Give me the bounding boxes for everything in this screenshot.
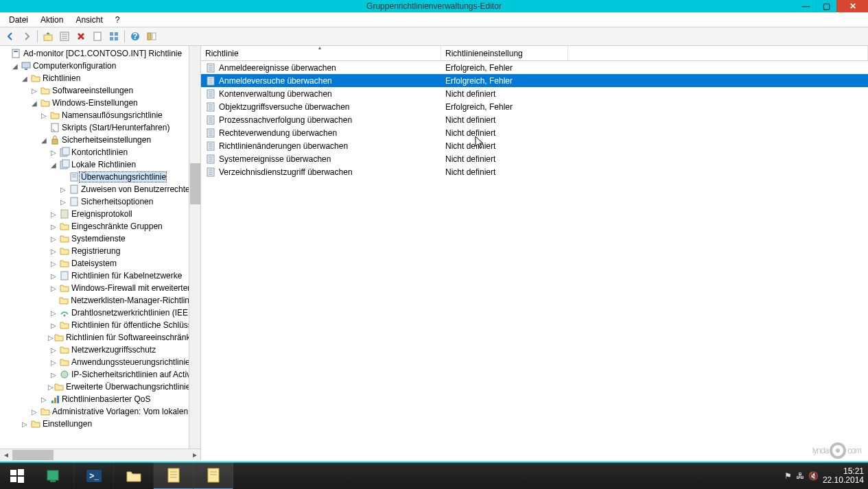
menu-aktion[interactable]: Aktion [35, 14, 69, 26]
forward-button[interactable] [19, 29, 34, 44]
expander-icon[interactable]: ▷ [48, 248, 59, 255]
tree-node-registrierung[interactable]: ▷ Registrierung [0, 245, 200, 257]
list-row[interactable]: Richtlinienänderungen überwachenNicht de… [201, 139, 868, 152]
tree-vertical-scrollbar[interactable] [189, 46, 200, 449]
expander-icon[interactable]: ▷ [48, 285, 59, 292]
expander-icon[interactable]: ▷ [58, 198, 69, 206]
expander-icon[interactable]: ◢ [10, 62, 21, 70]
scroll-right-icon[interactable]: ▸ [189, 449, 200, 460]
tree-node-eingeschraenkte[interactable]: ▷ Eingeschränkte Gruppen [0, 220, 200, 232]
expander-icon[interactable]: ▷ [38, 112, 49, 119]
expander-icon[interactable]: ▷ [48, 149, 59, 156]
tree-node-netzwerklisten[interactable]: Netzwerklisten-Manager-Richtlinien [0, 294, 200, 307]
column-header-policy[interactable]: Richtlinie [201, 46, 441, 60]
tree-node-firewall[interactable]: ▷ Windows-Firewall mit erweiterten [0, 282, 200, 294]
refresh-button[interactable] [106, 29, 121, 44]
expander-icon[interactable]: ▷ [48, 260, 59, 267]
tray-sound-icon[interactable]: 🔇 [808, 471, 819, 481]
expander-icon[interactable]: ◢ [38, 136, 49, 144]
close-button[interactable]: ✕ [836, 0, 868, 12]
minimize-button[interactable]: — [795, 0, 816, 12]
tree-node-kontorichtlinien[interactable]: ▷ Kontorichtlinien [0, 146, 200, 158]
list-row[interactable]: Anmeldeversuche überwachenErfolgreich, F… [201, 74, 868, 87]
properties-button[interactable] [57, 29, 72, 44]
expander-icon[interactable]: ◢ [19, 75, 30, 82]
tree-node-ipsicherheit[interactable]: ▷ IP-Sicherheitsrichtlinien auf Active [0, 368, 200, 381]
back-button[interactable] [3, 29, 18, 44]
menu-datei[interactable]: Datei [3, 14, 34, 26]
expander-icon[interactable]: ▷ [48, 223, 59, 230]
tree-node-erweiterte[interactable]: ▷ Erweiterte Überwachungsrichtlinienkonf… [0, 381, 200, 393]
list-row[interactable]: Anmeldeereignisse überwachenErfolgreich,… [201, 61, 868, 74]
list-row[interactable]: Prozessnachverfolgung überwachenNicht de… [201, 113, 868, 126]
expander-icon[interactable]: ▷ [48, 309, 59, 317]
expander-icon[interactable]: ◢ [48, 161, 59, 169]
expander-icon[interactable]: ▷ [48, 211, 59, 218]
tree-node-dateisystem[interactable]: ▷ Dateisystem [0, 257, 200, 270]
tree-node-sicherheitsoptionen[interactable]: ▷ Sicherheitsoptionen [0, 195, 200, 208]
tree-node-oeffentlich[interactable]: ▷ Richtlinien für öffentliche Schlüssel [0, 319, 200, 331]
menu-help[interactable]: ? [110, 14, 126, 26]
list-row[interactable]: Verzeichnisdienstzugriff überwachenNicht… [201, 165, 868, 178]
tree-node-computerkonfiguration[interactable]: ◢ Computerkonfiguration [0, 60, 200, 72]
expander-icon[interactable]: ▷ [48, 272, 59, 280]
expander-icon[interactable]: ▷ [48, 334, 54, 342]
tree-node-softwareeinschr[interactable]: ▷ Richtlinien für Softwareeinschränkung [0, 331, 200, 344]
expander-icon[interactable]: ▷ [29, 87, 40, 95]
taskbar-explorer[interactable] [114, 462, 154, 489]
tree-node-root[interactable]: Ad-monitor [DC1.CONTOSO.INT] Richtlinie [0, 47, 200, 60]
tray-network-icon[interactable]: 🖧 [796, 471, 804, 481]
tree-node-ereignisprotokoll[interactable]: ▷ Ereignisprotokoll [0, 208, 200, 220]
list-body[interactable]: Anmeldeereignisse überwachenErfolgreich,… [201, 61, 868, 460]
tree-node-skripts[interactable]: Skripts (Start/Herunterfahren) [0, 121, 200, 134]
maximize-button[interactable]: ▢ [816, 0, 836, 12]
expander-icon[interactable]: ▷ [48, 371, 59, 379]
export-button[interactable] [90, 29, 105, 44]
show-hide-button[interactable] [144, 29, 159, 44]
expander-icon[interactable]: ▷ [58, 186, 69, 193]
tree-node-windowseinstellungen[interactable]: ◢ Windows-Einstellungen [0, 97, 200, 109]
menu-ansicht[interactable]: Ansicht [70, 14, 108, 26]
tree-node-lokale[interactable]: ◢ Lokale Richtlinien [0, 158, 200, 171]
up-button[interactable] [40, 29, 56, 44]
list-row[interactable]: Kontenverwaltung überwachenNicht definie… [201, 87, 868, 100]
tree-node-drahtlos[interactable]: ▷ Drahtlosnetzwerkrichtlinien (IEEE [0, 307, 200, 319]
scroll-left-icon[interactable]: ◂ [0, 449, 12, 460]
expander-icon[interactable]: ▷ [48, 322, 59, 329]
taskbar-clock[interactable]: 15:21 22.10.2014 [823, 467, 864, 485]
list-row[interactable]: Rechteverwendung überwachenNicht definie… [201, 126, 868, 139]
expander-icon[interactable]: ▷ [48, 383, 54, 391]
tree-node-softwareeinstellungen[interactable]: ▷ Softwareeinstellungen [0, 84, 200, 97]
tree-node-kabelnetz[interactable]: ▷ Richtlinien für Kabelnetzwerke [0, 270, 200, 282]
tree-node-richtlinien[interactable]: ◢ Richtlinien [0, 72, 200, 84]
start-button[interactable] [0, 462, 34, 489]
taskbar-gpedit[interactable] [154, 462, 193, 489]
tree-node-sicherheit[interactable]: ◢ Sicherheitseinstellungen [0, 134, 200, 146]
tree-node-admvorlagen[interactable]: ▷ Administrative Vorlagen: Vom lokalen [0, 405, 200, 418]
tray-flag-icon[interactable]: ⚑ [784, 471, 792, 481]
tree-node-anwendungssteuerung[interactable]: ▷ Anwendungssteuerungsrichtlinien [0, 356, 200, 368]
tree[interactable]: Ad-monitor [DC1.CONTOSO.INT] Richtlinie … [0, 46, 200, 430]
list-row[interactable]: Systemereignisse überwachenNicht definie… [201, 152, 868, 165]
expander-icon[interactable]: ▷ [48, 359, 59, 366]
taskbar-powershell[interactable]: >_ [74, 462, 114, 489]
tree-node-netzwerkzugriff[interactable]: ▷ Netzwerkzugriffsschutz [0, 344, 200, 356]
list-row[interactable]: Objektzugriffsversuche überwachenErfolgr… [201, 100, 868, 113]
expander-icon[interactable]: ▷ [48, 235, 59, 243]
tree-horizontal-scrollbar[interactable]: ◂ ▸ [0, 449, 200, 460]
taskbar-server-manager[interactable] [34, 462, 74, 489]
column-header-setting[interactable]: Richtlinieneinstellung [441, 46, 568, 60]
taskbar-notepad[interactable] [193, 462, 233, 489]
help-button[interactable]: ? [128, 29, 143, 44]
expander-icon[interactable]: ▷ [38, 396, 49, 403]
tree-node-einstellungen[interactable]: ▷ Einstellungen [0, 418, 200, 430]
tree-node-zuweisen[interactable]: ▷ Zuweisen von Benutzerrechten [0, 183, 200, 195]
tree-node-qos[interactable]: ▷ Richtlinienbasierter QoS [0, 393, 200, 405]
tree-node-namensaufloesung[interactable]: ▷ Namensauflösungsrichtlinie [0, 109, 200, 121]
expander-icon[interactable]: ▷ [29, 408, 40, 416]
delete-button[interactable] [73, 29, 89, 44]
tree-node-systemdienste[interactable]: ▷ Systemdienste [0, 232, 200, 245]
tree-node-ueberwachung[interactable]: Überwachungsrichtlinie [0, 171, 200, 183]
expander-icon[interactable]: ▷ [48, 346, 59, 354]
expander-icon[interactable]: ▷ [19, 420, 30, 428]
